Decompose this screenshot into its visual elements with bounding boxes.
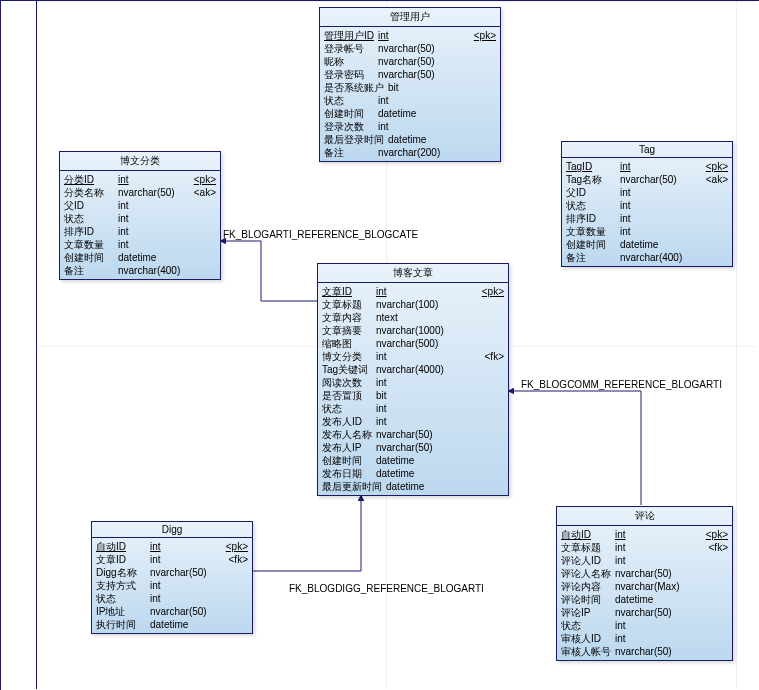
column-type: int — [611, 619, 702, 632]
column-key: <pk> — [478, 285, 504, 298]
column-name: 状态 — [96, 592, 146, 605]
column-name: 状态 — [566, 199, 616, 212]
column-key: <fk> — [222, 553, 248, 566]
column-name: 文章摘要 — [322, 324, 372, 337]
column-row: 文章标题nvarchar(100) — [322, 298, 504, 311]
column-row: Tag关键词nvarchar(4000) — [322, 363, 504, 376]
column-type: nvarchar(Max) — [611, 580, 702, 593]
column-row: 发布人IPnvarchar(50) — [322, 441, 504, 454]
column-type: int — [616, 225, 702, 238]
column-row: 创建时间datetime — [324, 107, 496, 120]
column-row: Digg名称nvarchar(50) — [96, 566, 248, 579]
column-name: 父ID — [566, 186, 616, 199]
column-type: int — [146, 592, 222, 605]
rel-label-digg: FK_BLOGDIGG_REFERENCE_BLOGARTI — [289, 583, 484, 594]
column-type: nvarchar(50) — [611, 606, 702, 619]
column-name: 创建时间 — [64, 251, 114, 264]
entity-comment[interactable]: 评论自动IDint<pk>文章标题int<fk>评论人IDint评论人名称nva… — [556, 506, 733, 661]
entity-title: Digg — [92, 522, 252, 538]
entity-blog-article[interactable]: 博客文章文章IDint<pk>文章标题nvarchar(100)文章内容ntex… — [317, 263, 509, 496]
entity-blog-category[interactable]: 博文分类分类IDint<pk>分类名称nvarchar(50)<ak>父IDin… — [59, 151, 221, 280]
column-type: nvarchar(50) — [374, 68, 470, 81]
column-name: 审核人ID — [561, 632, 611, 645]
column-row: 分类IDint<pk> — [64, 173, 216, 186]
column-row: 父IDint — [566, 186, 728, 199]
column-type: int — [374, 120, 470, 133]
column-name: 发布人IP — [322, 441, 372, 454]
column-name: 文章内容 — [322, 311, 372, 324]
vertical-ruler — [1, 1, 37, 689]
column-name: 支持方式 — [96, 579, 146, 592]
column-type: int — [616, 199, 702, 212]
column-name: 评论人名称 — [561, 567, 611, 580]
column-name: Tag关键词 — [322, 363, 372, 376]
entity-admin-user[interactable]: 管理用户管理用户IDint<pk>登录帐号nvarchar(50)昵称nvarc… — [319, 7, 501, 162]
column-name: 评论IP — [561, 606, 611, 619]
diagram-canvas[interactable]: FK_BLOGARTI_REFERENCE_BLOGCATE FK_BLOGDI… — [0, 0, 759, 690]
column-row: 状态int — [322, 402, 504, 415]
column-name: 发布人ID — [322, 415, 372, 428]
column-row: 文章IDint<pk> — [322, 285, 504, 298]
column-key: <ak> — [702, 173, 728, 186]
column-name: 文章ID — [322, 285, 372, 298]
column-row: 文章IDint<fk> — [96, 553, 248, 566]
column-row: 分类名称nvarchar(50)<ak> — [64, 186, 216, 199]
column-row: 创建时间datetime — [566, 238, 728, 251]
column-key: <pk> — [702, 528, 728, 541]
column-row: 登录次数int — [324, 120, 496, 133]
column-row: 评论人IDint — [561, 554, 728, 567]
column-type: nvarchar(50) — [374, 42, 470, 55]
column-type: int — [372, 285, 478, 298]
column-type: int — [611, 541, 702, 554]
column-type: datetime — [372, 467, 478, 480]
column-row: 文章内容ntext — [322, 311, 504, 324]
column-type: int — [114, 212, 190, 225]
column-name: 自动ID — [561, 528, 611, 541]
column-type: nvarchar(50) — [616, 173, 702, 186]
column-name: 备注 — [324, 146, 374, 159]
column-name: 分类名称 — [64, 186, 114, 199]
column-name: 最后登录时间 — [324, 133, 384, 146]
column-type: int — [616, 186, 702, 199]
column-row: 执行时间datetime — [96, 618, 248, 631]
column-name: 发布日期 — [322, 467, 372, 480]
column-key: <pk> — [190, 173, 216, 186]
column-type: datetime — [114, 251, 190, 264]
column-type: int — [114, 225, 190, 238]
column-name: 审核人帐号 — [561, 645, 611, 658]
column-type: nvarchar(50) — [374, 55, 470, 68]
column-name: 排序ID — [64, 225, 114, 238]
column-row: 登录帐号nvarchar(50) — [324, 42, 496, 55]
column-key: <pk> — [222, 540, 248, 553]
entity-body: 自动IDint<pk>文章IDint<fk>Digg名称nvarchar(50)… — [92, 538, 252, 633]
column-row: 评论IPnvarchar(50) — [561, 606, 728, 619]
column-type: int — [611, 554, 702, 567]
column-name: 备注 — [566, 251, 616, 264]
column-type: int — [146, 553, 222, 566]
column-name: 文章标题 — [322, 298, 372, 311]
column-name: 创建时间 — [324, 107, 374, 120]
column-name: Digg名称 — [96, 566, 146, 579]
column-type: int — [146, 579, 222, 592]
column-row: 自动IDint<pk> — [96, 540, 248, 553]
column-name: 状态 — [561, 619, 611, 632]
column-row: 是否系统账户bit — [324, 81, 496, 94]
column-name: 状态 — [322, 402, 372, 415]
column-type: int — [114, 199, 190, 212]
column-row: 发布人IDint — [322, 415, 504, 428]
column-row: 缩略图nvarchar(500) — [322, 337, 504, 350]
entity-tag[interactable]: TagTagIDint<pk>Tag名称nvarchar(50)<ak>父IDi… — [561, 141, 733, 267]
column-name: 排序ID — [566, 212, 616, 225]
column-row: 博文分类int<fk> — [322, 350, 504, 363]
column-row: 备注nvarchar(400) — [566, 251, 728, 264]
column-type: datetime — [384, 133, 470, 146]
column-type: datetime — [611, 593, 702, 606]
column-row: IP地址nvarchar(50) — [96, 605, 248, 618]
entity-digg[interactable]: Digg自动IDint<pk>文章IDint<fk>Digg名称nvarchar… — [91, 521, 253, 634]
column-type: nvarchar(1000) — [372, 324, 478, 337]
column-type: nvarchar(50) — [611, 645, 702, 658]
column-type: int — [372, 350, 478, 363]
column-type: int — [372, 376, 478, 389]
column-type: ntext — [372, 311, 478, 324]
column-type: nvarchar(50) — [146, 605, 222, 618]
